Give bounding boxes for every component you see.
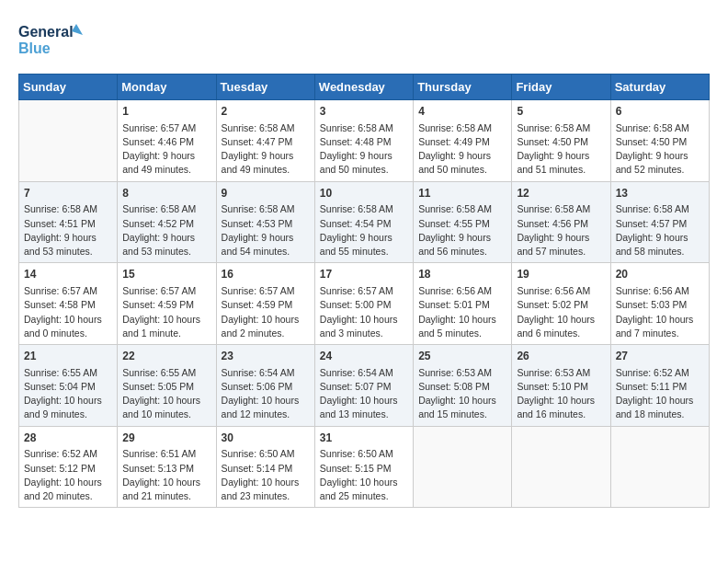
day-cell-17: 17Sunrise: 6:57 AM Sunset: 5:00 PM Dayli…: [314, 263, 413, 345]
col-header-friday: Friday: [512, 75, 610, 100]
logo-svg: General Blue: [18, 18, 83, 59]
day-info: Sunrise: 6:56 AM Sunset: 5:02 PM Dayligh…: [517, 284, 605, 340]
day-number: 19: [517, 267, 605, 282]
day-cell-24: 24Sunrise: 6:54 AM Sunset: 5:07 PM Dayli…: [314, 345, 413, 427]
day-number: 27: [616, 349, 704, 364]
col-header-thursday: Thursday: [414, 75, 512, 100]
day-number: 11: [418, 186, 506, 201]
week-row-4: 21Sunrise: 6:55 AM Sunset: 5:04 PM Dayli…: [19, 345, 710, 427]
page-header: General Blue: [18, 18, 710, 59]
day-cell-21: 21Sunrise: 6:55 AM Sunset: 5:04 PM Dayli…: [19, 345, 118, 427]
col-header-saturday: Saturday: [610, 75, 709, 100]
empty-cell: [610, 426, 709, 508]
col-header-tuesday: Tuesday: [216, 75, 314, 100]
week-row-5: 28Sunrise: 6:52 AM Sunset: 5:12 PM Dayli…: [19, 426, 710, 508]
day-cell-7: 7Sunrise: 6:58 AM Sunset: 4:51 PM Daylig…: [19, 181, 118, 263]
day-cell-9: 9Sunrise: 6:58 AM Sunset: 4:53 PM Daylig…: [216, 181, 314, 263]
day-info: Sunrise: 6:58 AM Sunset: 4:50 PM Dayligh…: [517, 121, 605, 178]
day-number: 3: [320, 104, 408, 120]
day-cell-11: 11Sunrise: 6:58 AM Sunset: 4:55 PM Dayli…: [414, 181, 512, 263]
day-cell-5: 5Sunrise: 6:58 AM Sunset: 4:50 PM Daylig…: [512, 100, 610, 182]
day-info: Sunrise: 6:58 AM Sunset: 4:50 PM Dayligh…: [616, 121, 704, 178]
day-cell-8: 8Sunrise: 6:58 AM Sunset: 4:52 PM Daylig…: [118, 181, 216, 263]
day-number: 18: [418, 267, 506, 282]
day-number: 1: [122, 104, 210, 120]
day-cell-19: 19Sunrise: 6:56 AM Sunset: 5:02 PM Dayli…: [512, 263, 610, 345]
day-info: Sunrise: 6:53 AM Sunset: 5:08 PM Dayligh…: [418, 366, 506, 422]
day-cell-3: 3Sunrise: 6:58 AM Sunset: 4:48 PM Daylig…: [314, 100, 413, 182]
day-number: 17: [320, 267, 408, 282]
svg-text:Blue: Blue: [18, 40, 51, 56]
day-cell-14: 14Sunrise: 6:57 AM Sunset: 4:58 PM Dayli…: [19, 263, 118, 345]
day-info: Sunrise: 6:57 AM Sunset: 5:00 PM Dayligh…: [320, 284, 408, 340]
day-info: Sunrise: 6:58 AM Sunset: 4:54 PM Dayligh…: [320, 202, 408, 259]
day-info: Sunrise: 6:56 AM Sunset: 5:01 PM Dayligh…: [418, 284, 506, 340]
svg-marker-2: [72, 24, 83, 35]
empty-cell: [19, 100, 118, 182]
day-info: Sunrise: 6:58 AM Sunset: 4:56 PM Dayligh…: [517, 202, 605, 259]
day-info: Sunrise: 6:55 AM Sunset: 5:04 PM Dayligh…: [24, 366, 112, 422]
day-number: 6: [616, 104, 704, 120]
day-info: Sunrise: 6:57 AM Sunset: 4:59 PM Dayligh…: [222, 284, 310, 340]
day-info: Sunrise: 6:52 AM Sunset: 5:11 PM Dayligh…: [616, 366, 704, 422]
day-number: 5: [517, 104, 605, 120]
day-number: 14: [24, 267, 112, 282]
day-number: 16: [222, 267, 310, 282]
day-number: 4: [418, 104, 506, 120]
day-cell-1: 1Sunrise: 6:57 AM Sunset: 4:46 PM Daylig…: [118, 100, 216, 182]
day-number: 21: [24, 349, 112, 364]
svg-text:General: General: [18, 24, 74, 40]
logo: General Blue: [18, 18, 83, 59]
empty-cell: [512, 426, 610, 508]
day-number: 20: [616, 267, 704, 282]
day-info: Sunrise: 6:57 AM Sunset: 4:59 PM Dayligh…: [122, 284, 210, 340]
empty-cell: [414, 426, 512, 508]
day-info: Sunrise: 6:58 AM Sunset: 4:49 PM Dayligh…: [418, 121, 506, 178]
day-info: Sunrise: 6:56 AM Sunset: 5:03 PM Dayligh…: [616, 284, 704, 340]
day-cell-26: 26Sunrise: 6:53 AM Sunset: 5:10 PM Dayli…: [512, 345, 610, 427]
day-cell-2: 2Sunrise: 6:58 AM Sunset: 4:47 PM Daylig…: [216, 100, 314, 182]
col-header-sunday: Sunday: [19, 75, 118, 100]
week-row-3: 14Sunrise: 6:57 AM Sunset: 4:58 PM Dayli…: [19, 263, 710, 345]
day-info: Sunrise: 6:58 AM Sunset: 4:51 PM Dayligh…: [24, 202, 112, 259]
day-info: Sunrise: 6:52 AM Sunset: 5:12 PM Dayligh…: [24, 447, 112, 503]
day-info: Sunrise: 6:58 AM Sunset: 4:52 PM Dayligh…: [122, 202, 210, 259]
day-number: 25: [418, 349, 506, 364]
day-info: Sunrise: 6:54 AM Sunset: 5:06 PM Dayligh…: [222, 366, 310, 422]
day-cell-13: 13Sunrise: 6:58 AM Sunset: 4:57 PM Dayli…: [610, 181, 709, 263]
day-cell-29: 29Sunrise: 6:51 AM Sunset: 5:13 PM Dayli…: [118, 426, 216, 508]
day-number: 24: [320, 349, 408, 364]
col-header-monday: Monday: [118, 75, 216, 100]
day-info: Sunrise: 6:50 AM Sunset: 5:14 PM Dayligh…: [222, 447, 310, 503]
calendar-table: SundayMondayTuesdayWednesdayThursdayFrid…: [18, 74, 710, 508]
day-number: 29: [122, 431, 210, 446]
day-info: Sunrise: 6:54 AM Sunset: 5:07 PM Dayligh…: [320, 366, 408, 422]
day-cell-28: 28Sunrise: 6:52 AM Sunset: 5:12 PM Dayli…: [19, 426, 118, 508]
week-row-2: 7Sunrise: 6:58 AM Sunset: 4:51 PM Daylig…: [19, 181, 710, 263]
day-info: Sunrise: 6:53 AM Sunset: 5:10 PM Dayligh…: [517, 366, 605, 422]
day-cell-23: 23Sunrise: 6:54 AM Sunset: 5:06 PM Dayli…: [216, 345, 314, 427]
day-number: 9: [222, 186, 310, 201]
col-header-wednesday: Wednesday: [314, 75, 413, 100]
day-number: 12: [517, 186, 605, 201]
day-cell-20: 20Sunrise: 6:56 AM Sunset: 5:03 PM Dayli…: [610, 263, 709, 345]
day-number: 10: [320, 186, 408, 201]
day-cell-16: 16Sunrise: 6:57 AM Sunset: 4:59 PM Dayli…: [216, 263, 314, 345]
day-cell-30: 30Sunrise: 6:50 AM Sunset: 5:14 PM Dayli…: [216, 426, 314, 508]
day-cell-15: 15Sunrise: 6:57 AM Sunset: 4:59 PM Dayli…: [118, 263, 216, 345]
day-number: 31: [320, 431, 408, 446]
day-number: 22: [122, 349, 210, 364]
day-number: 2: [222, 104, 310, 120]
day-number: 30: [222, 431, 310, 446]
day-cell-4: 4Sunrise: 6:58 AM Sunset: 4:49 PM Daylig…: [414, 100, 512, 182]
day-info: Sunrise: 6:55 AM Sunset: 5:05 PM Dayligh…: [122, 366, 210, 422]
day-info: Sunrise: 6:51 AM Sunset: 5:13 PM Dayligh…: [122, 447, 210, 503]
week-row-1: 1Sunrise: 6:57 AM Sunset: 4:46 PM Daylig…: [19, 100, 710, 182]
day-info: Sunrise: 6:58 AM Sunset: 4:48 PM Dayligh…: [320, 121, 408, 178]
day-cell-10: 10Sunrise: 6:58 AM Sunset: 4:54 PM Dayli…: [314, 181, 413, 263]
day-number: 15: [122, 267, 210, 282]
day-cell-18: 18Sunrise: 6:56 AM Sunset: 5:01 PM Dayli…: [414, 263, 512, 345]
day-info: Sunrise: 6:57 AM Sunset: 4:46 PM Dayligh…: [122, 121, 210, 178]
day-number: 8: [122, 186, 210, 201]
day-number: 7: [24, 186, 112, 201]
